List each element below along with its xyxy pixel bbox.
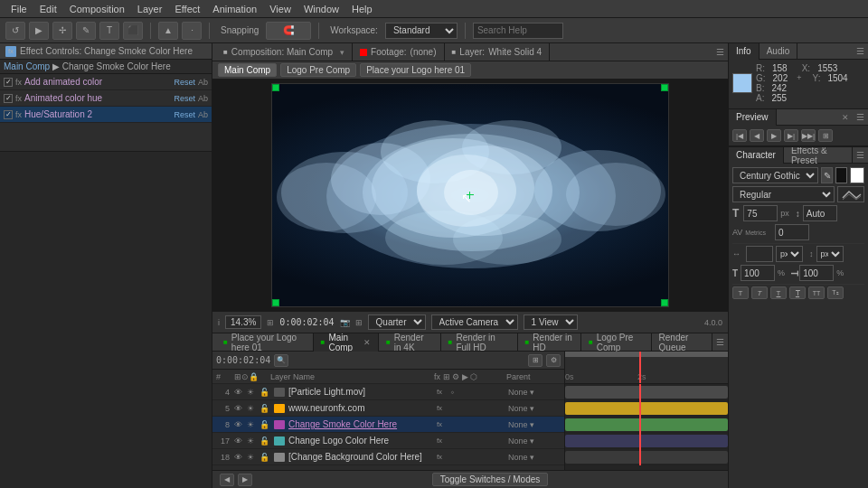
track-bar-8[interactable] [565,418,728,431]
layer-18-eye[interactable]: 👁 [234,453,245,462]
layer-8-lock[interactable]: 🔓 [259,420,270,429]
preview-close[interactable]: ✕ [838,113,853,122]
layer-5-lock[interactable]: 🔓 [259,404,270,413]
zoom-display[interactable]: 14.3% [225,315,261,329]
tl-tab-render-hd[interactable]: ■ Render in HD [518,333,581,352]
tl-tab-logo-pre[interactable]: ■ Logo Pre Comp [581,333,652,352]
tl-tab-place-logo[interactable]: ■ Place your Logo here 01 [216,333,314,352]
timeline-icon-1[interactable]: ◀ [220,474,234,486]
layer-8-fx[interactable]: fx [434,419,445,430]
toolbar-tool-5[interactable]: T [99,22,119,40]
tl-tab-close-main[interactable]: ✕ [363,338,371,347]
layer-4-lock[interactable]: 🔓 [259,388,270,397]
layer-18-solo[interactable]: ☀ [247,453,258,462]
comp-canvas[interactable]: ↖ [271,83,669,307]
track-bar-17[interactable] [565,435,728,447]
menu-file[interactable]: File [5,2,33,16]
info-menu[interactable]: ☰ [853,46,868,56]
scale-unit-select[interactable]: px [776,246,803,262]
menu-help[interactable]: Help [346,2,378,16]
layer-17-eye[interactable]: 👁 [234,436,245,446]
track-bar-18[interactable] [565,451,728,464]
corner-bl[interactable] [272,299,279,306]
font-pen-btn[interactable]: ✎ [821,167,833,183]
layer-4-solo[interactable]: ☀ [247,388,258,397]
layer-5-eye[interactable]: 👁 [234,404,245,413]
layer-4-eye[interactable]: 👁 [234,388,245,397]
layer-17-lock[interactable]: 🔓 [259,436,270,446]
footage-panel-tab[interactable]: Footage: (none) [353,43,444,61]
layer-row-17[interactable]: 17 👁 ☀ 🔓 Change Logo Color Here fx None … [212,433,564,449]
menu-layer[interactable]: Layer [132,2,168,16]
layer-settings-btn[interactable]: ⚙ [546,354,561,367]
tl-tab-render-4k[interactable]: ■ Render in 4K [379,333,441,352]
preview-first[interactable]: |◀ [732,129,747,142]
timeline-icon-2[interactable]: ▶ [238,474,252,486]
quality-select[interactable]: Quarter [368,314,426,330]
font-size-input[interactable]: 75 [743,205,778,221]
effects-preset-tab[interactable]: Effects & Preset [784,147,853,164]
layer-5-solo[interactable]: ☀ [247,404,258,413]
place-logo-tab[interactable]: Place your Logo here 01 [360,63,471,77]
text-fmt-6[interactable]: T₂ [827,286,844,299]
effect-3-toggle[interactable]: ✓ [4,110,13,119]
effect-2-reset[interactable]: Reset [174,94,195,103]
preview-next[interactable]: ▶| [784,129,798,142]
main-comp-tab[interactable]: Main Comp [218,63,277,77]
comp-panel-menu[interactable]: ☰ [712,47,728,57]
layer-18-lock[interactable]: 🔓 [259,453,270,462]
layer-8-solo[interactable]: ☀ [247,420,258,429]
preview-prev[interactable]: ◀ [750,129,764,142]
toggle-switches-btn[interactable]: Toggle Switches / Modes [432,473,549,486]
layer-18-fx[interactable]: fx [434,452,445,463]
scale-v-input[interactable]: 100 [799,265,834,281]
track-bar-5[interactable] [565,402,728,415]
font-color-swatch[interactable] [835,167,847,183]
preview-last[interactable]: ▶▶| [801,129,816,142]
text-fmt-5[interactable]: TT [808,286,825,299]
menu-window[interactable]: Window [298,2,344,16]
tl-tab-main-comp[interactable]: ■ Main Comp ✕ [314,333,379,352]
logo-pre-comp-tab[interactable]: Logo Pre Comp [280,63,356,77]
toolbar-tool-2[interactable]: ▶ [29,22,49,40]
corner-br[interactable] [661,299,668,306]
font-color-white[interactable] [850,167,864,183]
audio-tab[interactable]: Audio [760,43,798,60]
layer-row-18[interactable]: 18 👁 ☀ 🔓 [Change Background Color Here] … [212,449,564,465]
search-layer-btn[interactable]: 🔍 [274,354,288,367]
layer-5-fx[interactable]: fx [434,403,445,414]
scale-h-input[interactable]: 100 [741,265,775,281]
view-select[interactable]: Active Camera [431,314,518,330]
toolbar-tool-4[interactable]: ✎ [76,22,96,40]
effect-1-toggle[interactable]: ✓ [4,78,13,87]
menu-composition[interactable]: Composition [64,2,130,16]
text-fmt-4[interactable]: T̲ [789,286,806,299]
preview-ram[interactable]: ⊞ [818,129,833,142]
toolbar-tool-7[interactable]: ▲ [158,22,178,40]
breadcrumb-comp[interactable]: Main Comp [4,61,50,71]
tracking-input[interactable]: 0 [775,224,809,240]
char-tab[interactable]: Character [729,147,784,164]
scale-unit-v-select[interactable]: px [816,246,844,262]
menu-effect[interactable]: Effect [169,2,205,16]
layer-row-8[interactable]: 8 👁 ☀ 🔓 Change Smoke Color Here fx None … [212,417,564,433]
layer-17-solo[interactable]: ☀ [247,436,258,446]
workspace-select[interactable]: Standard [385,23,458,39]
preview-tab[interactable]: Preview [729,109,777,126]
menu-animation[interactable]: Animation [207,2,262,16]
toolbar-tool-1[interactable]: ↺ [5,22,25,40]
char-menu[interactable]: ☰ [853,150,868,160]
effect-1-reset[interactable]: Reset [174,78,195,87]
layer-row-5[interactable]: 5 👁 ☀ 🔓 www.neuronfx.com fx None ▾ [212,400,564,417]
comp-panel-close[interactable]: ▾ [340,48,344,57]
comp-timecode[interactable]: 0:00:02:04 [279,317,334,327]
new-comp-btn[interactable]: ⊞ [528,354,542,367]
playhead[interactable] [639,352,641,383]
info-tab[interactable]: Info [729,43,760,60]
layer-panel-tab[interactable]: ■ Layer: White Solid 4 [445,43,551,61]
layer-4-motion[interactable]: ⬦ [447,387,458,398]
toolbar-tool-3[interactable]: ✢ [52,22,72,40]
font-select[interactable]: Century Gothic [732,167,818,183]
tl-panel-menu[interactable]: ☰ [712,337,728,347]
track-bar-4[interactable] [565,386,728,399]
